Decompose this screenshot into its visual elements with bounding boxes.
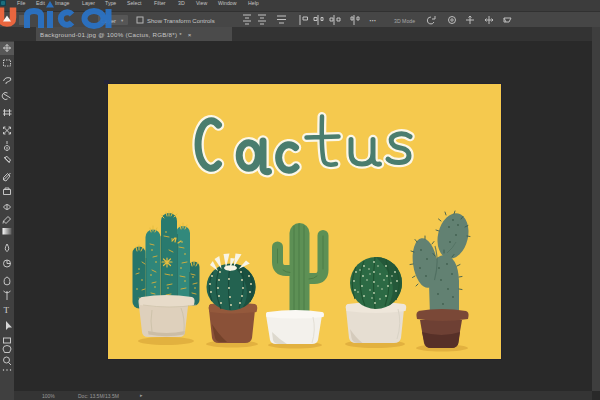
svg-text:Show Transform Controls: Show Transform Controls [147, 18, 215, 24]
svg-text:T: T [4, 305, 10, 315]
svg-text:3D Mode: 3D Mode [394, 18, 415, 24]
svg-text:⋯: ⋯ [369, 17, 376, 24]
